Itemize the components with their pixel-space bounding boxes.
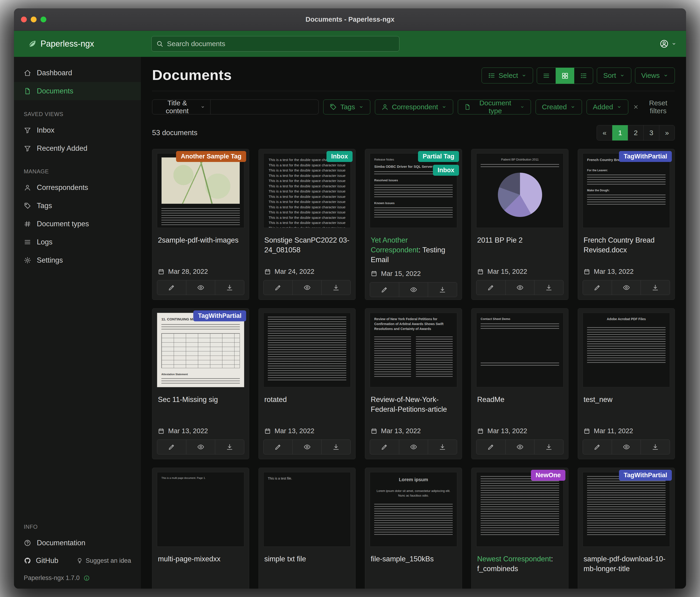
doc-title[interactable]: simple txt file (264, 554, 350, 574)
doc-title[interactable]: ReadMe (477, 395, 562, 415)
document-card[interactable]: TagWithPartial 11. CONTINUING MEDICAL ED… (152, 308, 249, 459)
document-card[interactable]: Partial TagInbox Release NotesSimba ODBC… (365, 149, 462, 300)
doc-thumbnail[interactable] (259, 309, 355, 391)
download-document-button[interactable] (641, 439, 670, 454)
download-document-button[interactable] (215, 280, 244, 295)
doc-title[interactable]: rotated (264, 395, 350, 415)
document-card[interactable]: Lorem ipsumLorem ipsum dolor sit amet, c… (365, 468, 462, 589)
download-document-button[interactable] (534, 439, 564, 454)
doc-title[interactable]: 2011 BP Pie 2 (477, 235, 562, 255)
sidebar-item-inbox[interactable]: Inbox (14, 121, 141, 139)
document-card[interactable]: Patient BP Distribution 2011 2011 BP Pie… (471, 149, 569, 300)
doc-thumbnail[interactable]: Patient BP Distribution 2011 (472, 149, 568, 232)
document-card[interactable]: TagWithPartial French Country BreadFor t… (578, 149, 675, 300)
doc-correspondent[interactable]: Newest Correspondent (477, 555, 551, 563)
pagination-page-3[interactable]: 3 (644, 125, 659, 141)
tags-filter-button[interactable]: Tags (323, 99, 370, 114)
view-document-button[interactable] (505, 280, 535, 295)
edit-document-button[interactable] (157, 439, 186, 454)
sidebar-item-document-types[interactable]: Document types (14, 215, 141, 233)
document-card[interactable]: Contact Sheet Demo ReadMe Mar 13, 2022 (471, 308, 569, 459)
sidebar-item-tags[interactable]: Tags (14, 197, 141, 215)
sort-button[interactable]: Sort (597, 68, 631, 83)
doc-thumbnail[interactable]: This is a multi page document. Page 1. (152, 468, 249, 551)
view-document-button[interactable] (399, 282, 428, 297)
title-content-dropdown[interactable]: Title & content (152, 99, 210, 114)
download-document-button[interactable] (215, 439, 244, 454)
doc-thumbnail[interactable]: This is a test file. (259, 468, 355, 551)
title-content-input[interactable] (210, 99, 319, 114)
doc-thumbnail[interactable]: Adobe Acrobat PDF Files (578, 309, 675, 391)
document-type-filter-button[interactable]: Document type (458, 99, 531, 114)
view-document-button[interactable] (186, 280, 216, 295)
edit-document-button[interactable] (370, 282, 399, 297)
edit-document-button[interactable] (583, 439, 612, 454)
pagination-page-2[interactable]: 2 (628, 125, 644, 141)
pagination-page-1[interactable]: 1 (612, 125, 628, 141)
view-document-button[interactable] (293, 280, 322, 295)
sidebar-item-documents[interactable]: Documents (14, 82, 141, 100)
view-mode-grid-button[interactable] (556, 68, 574, 83)
tag-badge[interactable]: Partial Tag (418, 151, 459, 162)
edit-document-button[interactable] (264, 280, 293, 295)
views-button[interactable]: Views (635, 68, 675, 83)
view-mode-details-button[interactable] (574, 68, 593, 83)
download-document-button[interactable] (641, 280, 670, 295)
tag-badge[interactable]: NewOne (531, 470, 566, 481)
window-minimize-button[interactable] (31, 17, 36, 22)
github-link[interactable]: GitHub (24, 556, 58, 565)
doc-title[interactable]: Sec 11-Missing sig (158, 395, 243, 415)
doc-title[interactable]: sample-pdf-download-10-mb-longer-title (583, 554, 669, 574)
edit-document-button[interactable] (476, 280, 505, 295)
sidebar-item-documentation[interactable]: Documentation (14, 534, 141, 552)
edit-document-button[interactable] (264, 439, 293, 454)
doc-title[interactable]: Review-of-New-York-Federal-Petitions-art… (371, 395, 456, 415)
doc-title[interactable]: Sonstige ScanPC2022 03-24_081058 (264, 235, 350, 255)
pagination-next[interactable]: » (659, 125, 675, 141)
pagination-prev[interactable]: « (597, 125, 612, 141)
document-card[interactable]: This is a test file. simple txt file (258, 468, 356, 589)
tag-badge[interactable]: Another Sample Tag (176, 151, 246, 162)
download-document-button[interactable] (428, 439, 457, 454)
download-document-button[interactable] (428, 282, 457, 297)
view-document-button[interactable] (505, 439, 535, 454)
document-card[interactable]: Inbox This is a test for the double spac… (258, 149, 356, 300)
document-card[interactable]: Review of New York Federal Petitions for… (365, 308, 462, 459)
doc-thumbnail[interactable]: Review of New York Federal Petitions for… (365, 309, 462, 391)
doc-correspondent[interactable]: Yet Another Correspondent (371, 236, 419, 254)
edit-document-button[interactable] (157, 280, 186, 295)
app-brand[interactable]: Paperless-ngx (27, 39, 151, 49)
reset-filters-button[interactable]: Reset filters (633, 99, 675, 115)
view-document-button[interactable] (612, 439, 641, 454)
doc-title[interactable]: multi-page-mixedxx (158, 554, 243, 574)
tag-badge[interactable]: TagWithPartial (619, 470, 672, 481)
sidebar-item-dashboard[interactable]: Dashboard (14, 64, 141, 82)
document-card[interactable]: rotated Mar 13, 2022 (258, 308, 356, 459)
document-card[interactable]: TagWithPartial sample-pdf-download-10-mb… (578, 468, 675, 589)
user-menu[interactable] (659, 39, 677, 48)
tag-badge[interactable]: TagWithPartial (619, 151, 672, 162)
doc-title[interactable]: Newest Correspondent: f_combineds (477, 554, 562, 574)
doc-thumbnail[interactable]: Lorem ipsumLorem ipsum dolor sit amet, c… (365, 468, 462, 551)
sidebar-item-recently-added[interactable]: Recently Added (14, 139, 141, 158)
doc-title[interactable]: file-sample_150kBs (371, 554, 456, 574)
sidebar-item-correspondents[interactable]: Correspondents (14, 178, 141, 197)
download-document-button[interactable] (321, 439, 351, 454)
view-document-button[interactable] (612, 280, 641, 295)
tag-badge[interactable]: TagWithPartial (193, 310, 246, 321)
created-filter-button[interactable]: Created (535, 99, 582, 114)
doc-title[interactable]: 2sample-pdf-with-images (158, 235, 243, 255)
doc-title[interactable]: test_new (583, 395, 669, 415)
view-document-button[interactable] (186, 439, 216, 454)
doc-thumbnail[interactable]: Contact Sheet Demo (472, 309, 568, 391)
edit-document-button[interactable] (476, 439, 505, 454)
download-document-button[interactable] (534, 280, 564, 295)
download-document-button[interactable] (321, 280, 351, 295)
window-close-button[interactable] (21, 17, 27, 22)
suggest-idea-link[interactable]: Suggest an idea (76, 557, 131, 564)
edit-document-button[interactable] (583, 280, 612, 295)
edit-document-button[interactable] (370, 439, 399, 454)
doc-title[interactable]: French Country Bread Revised.docx (583, 235, 669, 255)
sidebar-item-settings[interactable]: Settings (14, 251, 141, 269)
document-card[interactable]: Another Sample Tag 2sample-pdf-with-imag… (152, 149, 249, 300)
